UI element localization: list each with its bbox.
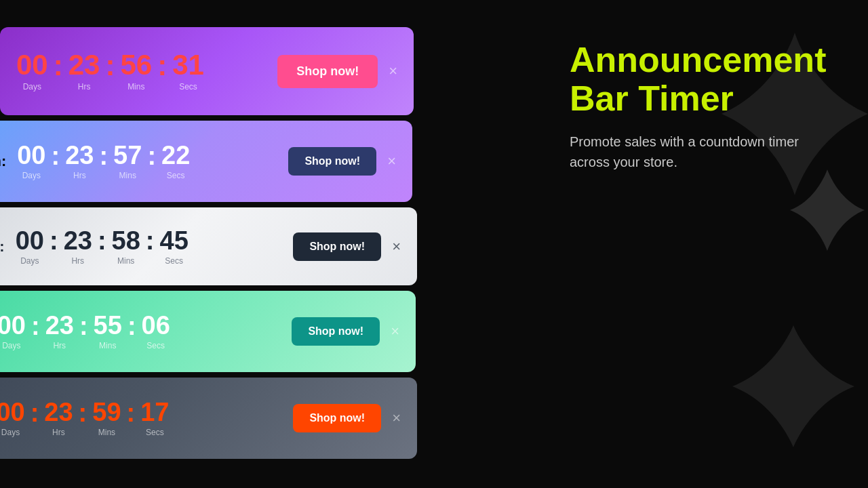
timer-group-days-3: 00 Days (16, 228, 44, 266)
colon-2c: : (147, 142, 156, 182)
timer-section-3: 00 Days : 23 Hrs : 58 Mins : 45 Secs (16, 226, 280, 266)
timer-mins-2: 57 (113, 142, 142, 168)
colon-1a: : (54, 49, 63, 93)
colon-4a: : (31, 312, 40, 352)
timer-group-days-2: 00 Days (17, 142, 45, 180)
timer-group-hrs-5: 23 Hrs (44, 399, 73, 437)
timer-section-1: 00 Days : 23 Hrs : 56 Mins : 31 Secs (16, 49, 264, 93)
announcement-bar-4: Sale ends in: 00 Days : 23 Hrs : 55 Mins… (0, 291, 416, 372)
timer-mins-3: 58 (112, 228, 140, 253)
timer-hrs-2: 23 (65, 142, 94, 168)
timer-days-3: 00 (16, 228, 44, 253)
timer-secs-3: 45 (160, 228, 189, 253)
shop-now-button-1[interactable]: Shop now! (277, 55, 378, 88)
timer-section-5: 00 Days : 23 Hrs : 59 Mins : 17 Secs (0, 399, 279, 439)
right-panel: Announcement Bar Timer Promote sales wit… (570, 41, 827, 172)
timer-hrs-5: 23 (44, 399, 73, 425)
announcement-bar-1: 00 Days : 23 Hrs : 56 Mins : 31 Secs Sho… (0, 27, 414, 115)
timer-hrs-3: 23 (64, 228, 92, 253)
colon-2b: : (99, 142, 108, 182)
announcement-desc: Promote sales with a countdown timer acr… (570, 131, 827, 172)
timer-group-days-4: 00 Days (0, 312, 26, 350)
timer-secs-1: 31 (172, 51, 204, 79)
sale-label-2: s in: (0, 152, 6, 170)
timer-days-label-2: Days (22, 171, 41, 180)
shop-now-button-4[interactable]: Shop now! (292, 317, 380, 346)
timer-days-4: 00 (0, 312, 26, 338)
timer-mins-label-5: Mins (98, 428, 115, 437)
timer-mins-4: 55 (94, 312, 122, 338)
timer-hrs-4: 23 (45, 312, 74, 338)
announcement-bar-2: s in: 00 Days : 23 Hrs : 57 Mins : 22 Se… (0, 121, 412, 202)
announcement-bar-3: e ends in: 00 Days : 23 Hrs : 58 Mins : … (0, 207, 417, 285)
timer-hrs-1: 23 (68, 51, 100, 79)
timer-secs-5: 17 (140, 399, 169, 425)
timer-mins-1: 56 (120, 51, 152, 79)
timer-hrs-label-3: Hrs (71, 256, 84, 266)
shop-now-button-5[interactable]: Shop now! (293, 404, 381, 432)
colon-4c: : (127, 312, 136, 352)
timer-secs-2: 22 (161, 142, 190, 168)
colon-1c: : (157, 49, 167, 93)
timer-group-hrs-4: 23 Hrs (45, 312, 74, 350)
timer-section-4: 00 Days : 23 Hrs : 55 Mins : 06 Secs (0, 312, 278, 352)
timer-group-secs-1: 31 Secs (172, 51, 204, 92)
timer-group-mins-1: 56 Mins (120, 51, 152, 92)
timer-section-2: 00 Days : 23 Hrs : 57 Mins : 22 Secs (17, 142, 275, 182)
colon-3b: : (98, 226, 106, 266)
announcement-title: Announcement Bar Timer (570, 41, 827, 118)
timer-hrs-label-5: Hrs (52, 428, 65, 437)
timer-days-5: 00 (0, 399, 25, 425)
timer-mins-label-1: Mins (127, 82, 144, 92)
close-button-1[interactable]: × (389, 64, 397, 79)
timer-group-hrs-3: 23 Hrs (64, 228, 92, 266)
timer-group-secs-3: 45 Secs (160, 228, 189, 266)
timer-secs-label-5: Secs (146, 428, 164, 437)
timer-days-label-3: Days (20, 256, 39, 266)
timer-group-hrs-1: 23 Hrs (68, 51, 100, 92)
sale-label-3: e ends in: (0, 238, 5, 256)
colon-3c: : (146, 226, 155, 266)
close-button-4[interactable]: × (391, 324, 399, 339)
colon-5a: : (31, 399, 39, 439)
timer-hrs-label-4: Hrs (53, 341, 66, 350)
timer-secs-4: 06 (142, 312, 170, 338)
shop-now-button-2[interactable]: Shop now! (288, 147, 376, 176)
timer-group-secs-5: 17 Secs (140, 399, 169, 437)
timer-mins-5: 59 (92, 399, 121, 425)
timer-group-secs-2: 22 Secs (161, 142, 190, 180)
timer-days-2: 00 (17, 142, 45, 168)
colon-5c: : (127, 399, 136, 439)
timer-days-label-5: Days (1, 428, 20, 437)
timer-group-secs-4: 06 Secs (142, 312, 170, 350)
timer-group-days-1: 00 Days (16, 51, 48, 92)
timer-mins-label-3: Mins (117, 256, 134, 266)
bars-container: 00 Days : 23 Hrs : 56 Mins : 31 Secs Sho… (0, 27, 515, 464)
timer-hrs-label-2: Hrs (73, 171, 86, 180)
timer-mins-label-2: Mins (119, 171, 136, 180)
timer-group-mins-5: 59 Mins (92, 399, 121, 437)
colon-3a: : (50, 226, 58, 266)
timer-days-1: 00 (16, 51, 48, 79)
timer-secs-label-2: Secs (167, 171, 185, 180)
shop-now-button-3[interactable]: Shop now! (293, 232, 381, 261)
close-button-2[interactable]: × (387, 154, 396, 169)
colon-4b: : (79, 312, 88, 352)
announcement-bar-5: y up! Sale ends in: 00 Days : 23 Hrs : 5… (0, 378, 417, 459)
timer-days-label-4: Days (2, 341, 20, 350)
timer-group-days-5: 00 Days (0, 399, 25, 437)
close-button-3[interactable]: × (392, 239, 401, 254)
timer-mins-label-4: Mins (99, 341, 116, 350)
colon-5b: : (79, 399, 87, 439)
timer-secs-label-3: Secs (165, 256, 183, 266)
colon-2a: : (52, 142, 60, 182)
close-button-5[interactable]: × (392, 411, 401, 426)
timer-secs-label-4: Secs (146, 341, 165, 350)
timer-hrs-label-1: Hrs (78, 82, 91, 92)
colon-1b: : (105, 49, 115, 93)
timer-group-mins-2: 57 Mins (113, 142, 142, 180)
timer-days-label-1: Days (23, 82, 41, 92)
timer-group-hrs-2: 23 Hrs (65, 142, 94, 180)
timer-secs-label-1: Secs (179, 82, 197, 92)
timer-group-mins-4: 55 Mins (94, 312, 122, 350)
